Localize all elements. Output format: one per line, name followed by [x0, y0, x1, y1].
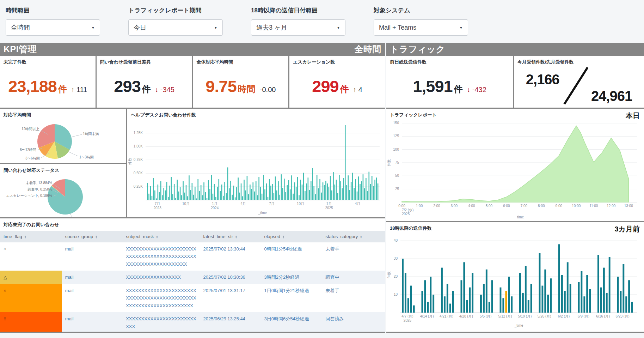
bar[interactable]	[205, 192, 206, 200]
bar[interactable]	[486, 270, 487, 313]
bar[interactable]	[196, 198, 197, 200]
bar[interactable]	[278, 181, 279, 200]
bar[interactable]	[223, 196, 224, 200]
bar[interactable]	[154, 191, 155, 200]
bar[interactable]	[530, 284, 532, 313]
bar[interactable]	[224, 182, 225, 200]
bar[interactable]	[217, 187, 218, 200]
bar[interactable]	[305, 191, 306, 200]
column-header-status_category[interactable]: status_category▲▼	[322, 231, 385, 242]
bar[interactable]	[297, 177, 298, 200]
source-group-link[interactable]: mail	[65, 288, 74, 293]
bar[interactable]	[466, 300, 468, 313]
area-series[interactable]	[402, 126, 628, 202]
bar[interactable]	[541, 286, 543, 313]
bar[interactable]	[306, 183, 307, 200]
column-header-source_group[interactable]: source_group▲▼	[62, 231, 122, 242]
sort-icon[interactable]: ▲▼	[24, 235, 26, 239]
bar[interactable]	[190, 190, 191, 200]
bar[interactable]	[197, 179, 198, 200]
bar[interactable]	[153, 178, 154, 200]
bar[interactable]	[252, 182, 253, 200]
bar[interactable]	[355, 179, 356, 200]
bar[interactable]	[600, 288, 602, 313]
bar[interactable]	[567, 262, 569, 313]
bar[interactable]	[169, 186, 170, 200]
bar[interactable]	[550, 278, 552, 313]
bar[interactable]	[480, 295, 482, 313]
bar[interactable]	[345, 125, 346, 200]
bar[interactable]	[351, 182, 352, 200]
bar[interactable]	[180, 187, 181, 200]
bar[interactable]	[340, 181, 341, 200]
bar[interactable]	[463, 262, 465, 313]
bar[interactable]	[360, 184, 361, 200]
bar[interactable]	[336, 180, 337, 200]
bar[interactable]	[158, 185, 159, 200]
bar[interactable]	[583, 296, 585, 313]
bar[interactable]	[522, 293, 524, 313]
bar[interactable]	[405, 273, 406, 313]
bar[interactable]	[160, 181, 161, 200]
bar[interactable]	[242, 196, 243, 200]
column-header-elapsed[interactable]: elapsed▲▼	[260, 231, 322, 242]
bar[interactable]	[177, 180, 178, 200]
bar[interactable]	[427, 302, 429, 313]
source-group-link[interactable]: mail	[65, 316, 74, 321]
bar[interactable]	[505, 291, 507, 313]
bar[interactable]	[215, 197, 216, 200]
bar[interactable]	[609, 257, 611, 313]
column-header-time_flag[interactable]: time_flag▲▼	[0, 231, 62, 242]
bar[interactable]	[330, 176, 331, 200]
bar[interactable]	[461, 280, 462, 313]
bar[interactable]	[597, 255, 599, 313]
bar[interactable]	[519, 273, 521, 313]
bar[interactable]	[337, 193, 338, 200]
bar[interactable]	[248, 194, 249, 200]
bar[interactable]	[370, 184, 371, 200]
bar[interactable]	[276, 191, 277, 200]
bar[interactable]	[433, 295, 434, 313]
bar[interactable]	[367, 191, 368, 200]
bar[interactable]	[181, 195, 182, 200]
bar[interactable]	[238, 177, 239, 200]
sort-icon[interactable]: ▲▼	[235, 235, 237, 239]
bar[interactable]	[617, 277, 619, 313]
bar[interactable]	[209, 189, 210, 200]
bar[interactable]	[256, 181, 257, 200]
bar[interactable]	[172, 194, 173, 200]
sort-icon[interactable]: ▲▼	[282, 235, 284, 239]
bar[interactable]	[162, 195, 163, 200]
bar[interactable]	[508, 277, 510, 313]
bar[interactable]	[258, 177, 259, 200]
bar[interactable]	[274, 193, 275, 200]
bar[interactable]	[260, 187, 261, 200]
bar[interactable]	[166, 182, 167, 200]
bar[interactable]	[159, 192, 160, 200]
bar[interactable]	[239, 193, 240, 200]
bar[interactable]	[189, 175, 190, 200]
bar[interactable]	[374, 180, 375, 200]
bar[interactable]	[187, 196, 188, 200]
bar[interactable]	[318, 188, 319, 200]
bar[interactable]	[331, 191, 332, 200]
bar[interactable]	[230, 181, 231, 200]
bar[interactable]	[349, 190, 350, 200]
bar[interactable]	[315, 194, 316, 200]
bar[interactable]	[339, 175, 340, 200]
bar[interactable]	[288, 180, 289, 200]
bar[interactable]	[272, 184, 273, 200]
bar[interactable]	[171, 177, 172, 200]
bar[interactable]	[348, 175, 349, 200]
bar[interactable]	[357, 192, 358, 200]
bar[interactable]	[452, 291, 454, 313]
bar[interactable]	[150, 186, 151, 200]
bar[interactable]	[327, 183, 328, 200]
bar[interactable]	[364, 188, 365, 200]
bar[interactable]	[334, 185, 335, 200]
bar[interactable]	[195, 187, 196, 200]
bar[interactable]	[319, 179, 320, 200]
bar[interactable]	[302, 185, 303, 200]
bar[interactable]	[233, 186, 234, 200]
bar[interactable]	[178, 192, 179, 200]
